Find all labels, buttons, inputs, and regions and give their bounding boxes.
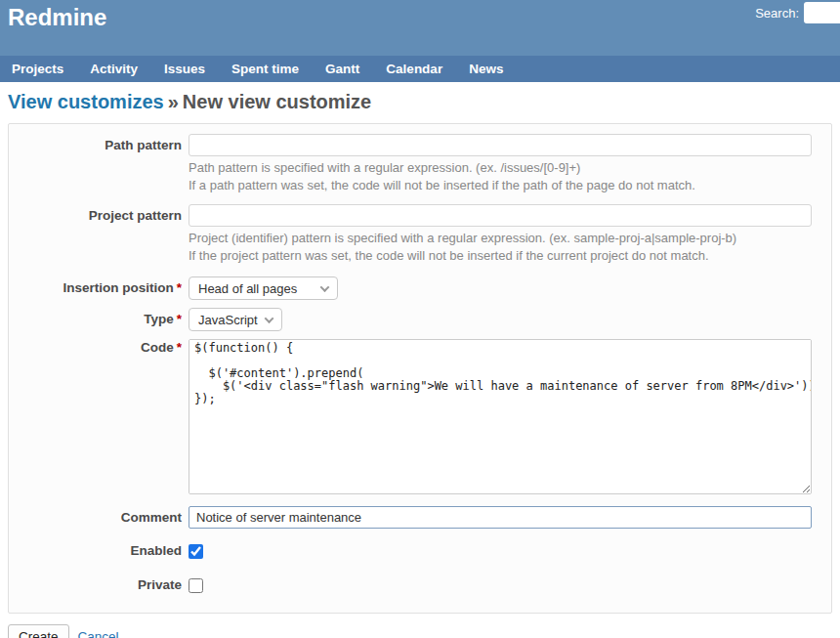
path-pattern-label: Path pattern [9,134,189,152]
page-title: View customizes»New view customize [8,91,832,113]
app-header: Redmine Search: [0,0,840,56]
comment-row: Comment [9,506,821,529]
main-nav: Projects Activity Issues Spent time Gant… [0,56,840,82]
private-row: Private [9,576,821,597]
chevron-down-icon [320,282,330,292]
type-value: JavaScript [198,313,258,327]
app-logo[interactable]: Redmine [0,0,840,31]
search-area: Search: [755,2,840,23]
help-text: If the project pattern was set, the code… [189,247,821,265]
enabled-checkbox[interactable] [189,544,203,559]
cancel-link[interactable]: Cancel [78,629,119,638]
path-pattern-row: Path pattern [9,134,821,156]
new-view-customize-form: Path pattern Path pattern is specified w… [8,123,832,614]
type-label: Type* [9,308,189,326]
code-textarea[interactable]: $(function() { $('#content').prepend( $(… [189,339,812,494]
comment-input[interactable] [189,506,812,529]
nav-item-gantt[interactable]: Gantt [325,62,359,76]
help-text: Path pattern is specified with a regular… [189,159,821,177]
project-pattern-label: Project pattern [9,204,189,223]
private-checkbox[interactable] [189,578,203,593]
project-pattern-help: Project (identifier) pattern is specifie… [189,230,821,265]
breadcrumb-separator: » [164,91,183,112]
nav-item-calendar[interactable]: Calendar [386,62,442,76]
required-asterisk: * [177,340,182,355]
type-row: Type* JavaScript [9,308,821,331]
enabled-row: Enabled [9,542,821,563]
create-button[interactable]: Create [8,624,69,638]
form-actions: Create Cancel [8,624,832,638]
chevron-down-icon [264,314,273,323]
content-area: View customizes»New view customize Path … [0,91,840,614]
nav-item-activity[interactable]: Activity [90,62,138,76]
search-input[interactable] [804,2,840,23]
page-title-current: New view customize [183,91,371,112]
insertion-position-value: Head of all pages [198,281,297,296]
insertion-position-select[interactable]: Head of all pages [189,276,338,300]
code-label: Code* [9,339,189,355]
insertion-position-label: Insertion position* [9,276,189,295]
path-pattern-input[interactable] [189,134,812,156]
insertion-position-row: Insertion position* Head of all pages [9,276,821,300]
help-text: Project (identifier) pattern is specifie… [189,230,821,247]
nav-item-projects[interactable]: Projects [12,62,63,76]
comment-label: Comment [9,506,189,525]
enabled-label: Enabled [9,542,189,558]
required-asterisk: * [177,280,182,295]
type-select[interactable]: JavaScript [189,308,282,331]
private-label: Private [9,576,189,592]
nav-item-spent-time[interactable]: Spent time [231,62,299,76]
nav-item-issues[interactable]: Issues [164,62,205,76]
required-asterisk: * [177,312,182,326]
search-label: Search: [755,6,799,21]
path-pattern-help: Path pattern is specified with a regular… [189,159,821,194]
project-pattern-input[interactable] [189,204,812,227]
code-row: Code* $(function() { $('#content').prepe… [9,339,821,498]
project-pattern-row: Project pattern [9,204,821,227]
nav-item-news[interactable]: News [469,62,503,76]
breadcrumb-link[interactable]: View customizes [8,91,164,112]
help-text: If a path pattern was set, the code will… [189,177,821,194]
